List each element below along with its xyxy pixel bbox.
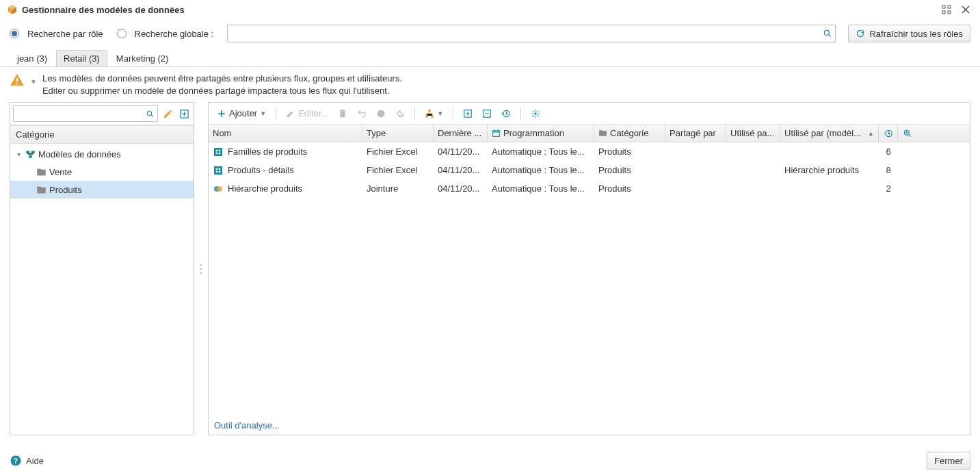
grid-header: Nom Type Dernière ... Programmation Caté… [209,125,970,142]
grid-body: Familles de produits Fichier Excel 04/11… [209,142,970,416]
col-history-icon[interactable] [879,125,898,142]
svg-text:?: ? [14,457,18,465]
models-icon [25,149,36,159]
help-icon: ? [10,454,22,467]
page-title: Gestionnaire des modèles de données [22,5,935,15]
undo-button [353,107,371,120]
table-row[interactable]: Produits - détails Fichier Excel 04/11/2… [209,161,970,179]
excel-icon [213,146,224,157]
maximize-icon[interactable] [939,2,954,17]
refresh-all-roles-button[interactable]: Rafraîchir tous les rôles [848,25,970,42]
folder-icon [36,185,47,195]
search-input[interactable] [230,28,823,40]
col-categorie[interactable]: Catégorie [594,125,665,142]
add-category-icon[interactable] [177,107,191,120]
splitter[interactable] [200,102,202,435]
radio-search-by-role-label: Recherche par rôle [27,29,103,39]
tab-retail[interactable]: Retail (3) [56,50,107,66]
col-nom[interactable]: Nom [209,125,362,142]
svg-rect-25 [214,148,222,156]
svg-rect-16 [425,116,428,118]
tree-root-label: Modèles de données [38,149,121,159]
tree-item-produits[interactable]: Produits [10,181,194,198]
category-tree: ▾ Modèles de données Vente Produits [10,144,194,435]
radio-global-search[interactable] [117,29,127,38]
add-button[interactable]: Ajouter ▼ [213,107,270,120]
refresh-button-label: Rafraîchir tous les rôles [869,29,963,39]
main-area: Catégorie ▾ Modèles de données Vente Pro… [0,102,980,441]
svg-rect-5 [16,78,18,82]
cube-button [372,107,390,120]
close-icon[interactable] [958,2,973,17]
svg-point-7 [147,111,152,116]
title-bar: Gestionnaire des modèles de données [0,0,980,19]
table-row[interactable]: Hiérarchie produits Jointure 04/11/20...… [209,179,970,198]
data-grid: Nom Type Dernière ... Programmation Caté… [209,125,970,416]
warning-text: Les modèles de données peuvent être part… [42,73,402,97]
sidebar-toolbar [10,103,194,125]
sidebar-search-icon[interactable] [146,110,155,118]
col-type[interactable]: Type [362,125,434,142]
sidebar-search-wrapper [13,105,158,122]
search-icon[interactable] [823,29,832,38]
excel-icon [213,165,224,176]
cube-icon [7,4,22,15]
svg-point-4 [825,30,830,35]
col-date[interactable]: Dernière ... [434,125,488,142]
tree-root[interactable]: ▾ Modèles de données [10,145,194,163]
sort-asc-icon: ▲ [868,130,874,137]
svg-rect-22 [493,131,500,137]
tab-jean[interactable]: jean (3) [10,50,55,66]
table-row[interactable]: Familles de produits Fichier Excel 04/11… [209,142,970,161]
svg-rect-6 [16,84,18,85]
tree-item-label: Produits [49,185,82,195]
edit-category-icon[interactable] [161,107,174,120]
refresh-icon [856,29,865,38]
search-bar: Recherche par rôle Recherche globale : R… [0,19,980,48]
col-utilise-par[interactable]: Utilisé pa... [726,125,780,142]
svg-rect-17 [432,116,434,118]
data-panel: Ajouter ▼ Editer... ▼ [208,102,970,435]
tab-marketing[interactable]: Marketing (2) [109,50,176,66]
radio-search-by-role[interactable] [10,29,19,38]
expand-button[interactable] [459,107,477,120]
help-label: Aide [26,456,44,466]
svg-rect-15 [428,110,431,112]
delete-button [334,107,352,120]
close-button[interactable]: Fermer [927,452,970,470]
svg-rect-26 [214,166,222,175]
svg-point-12 [200,264,202,266]
folder-icon [36,167,47,177]
col-partage-par[interactable]: Partagé par [665,125,726,142]
col-zoom-icon[interactable] [898,125,917,142]
warning-icon [10,73,25,88]
svg-rect-0 [942,5,945,8]
history-button[interactable] [497,107,515,120]
svg-rect-10 [31,151,35,153]
svg-rect-9 [26,151,29,153]
collapse-button[interactable] [478,107,496,120]
tree-item-vente[interactable]: Vente [10,163,194,181]
data-toolbar: Ajouter ▼ Editer... ▼ [209,103,970,125]
chevron-down-icon: ▼ [437,110,443,117]
analysis-tool-link[interactable]: Outil d'analyse... [214,420,280,431]
help-link[interactable]: ? Aide [10,454,44,467]
data-footer: Outil d'analyse... [209,416,970,435]
settings-button[interactable] [527,107,544,120]
svg-rect-11 [29,155,32,157]
col-programmation[interactable]: Programmation [488,125,594,142]
bottom-bar: ? Aide Fermer [0,446,980,475]
sidebar-header: Catégorie [10,125,194,144]
chevron-down-icon[interactable]: ▼ [30,78,37,86]
edit-button: Editer... [282,107,332,120]
radio-global-search-label: Recherche globale : [135,29,214,39]
sidebar-search-input[interactable] [16,108,146,120]
svg-rect-2 [942,11,945,14]
role-tabs: jean (3) Retail (3) Marketing (2) [0,48,980,67]
collapse-icon[interactable]: ▾ [14,151,23,158]
col-utilise-par-modele[interactable]: Utilisé par (modèl... ▲ [780,125,879,142]
hierarchy-button[interactable]: ▼ [421,107,447,120]
chevron-down-icon: ▼ [260,110,266,117]
svg-rect-3 [948,11,951,14]
calendar-icon [492,129,501,138]
